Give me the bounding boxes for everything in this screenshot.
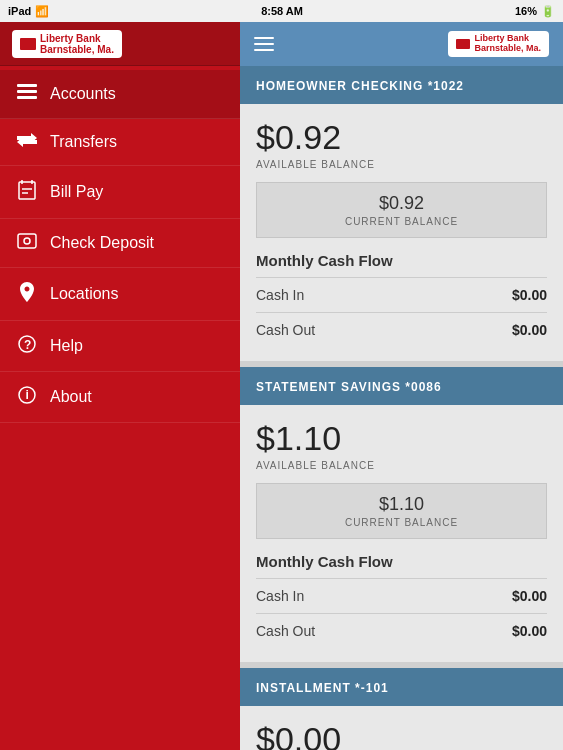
current-balance-box-homeowner: $0.92 CURRENT BALANCE [256,182,547,238]
cash-in-label-homeowner: Cash In [256,287,512,303]
account-body-installment: $0.00 CURRENT BALANCE $0.00 AVAILABLE BA… [240,706,563,750]
account-body-homeowner: $0.92 AVAILABLE BALANCE $0.92 CURRENT BA… [240,104,563,361]
account-header-homeowner: HOMEOWNER CHECKING *1022 [240,66,563,104]
help-icon: ? [16,335,38,357]
svg-rect-10 [18,234,36,248]
sidebar-item-about[interactable]: i About [0,372,240,423]
locations-label: Locations [50,285,119,303]
cash-in-label-savings: Cash In [256,588,512,604]
account-card-installment[interactable]: INSTALLMENT *-101 $0.00 CURRENT BALANCE … [240,668,563,750]
transfers-icon [16,133,38,151]
battery-icon: 🔋 [541,5,555,18]
sidebar-logo-box: Liberty Bank Barnstable, Ma. [12,30,122,58]
sidebar-item-help[interactable]: ? Help [0,321,240,372]
cash-in-amount-savings: $0.00 [512,588,547,604]
available-balance-installment: $0.00 [256,720,547,750]
svg-text:?: ? [24,338,31,352]
status-left: iPad 📶 [8,5,49,18]
wifi-icon: 📶 [35,5,49,18]
cash-in-amount-homeowner: $0.00 [512,287,547,303]
sidebar-logo: Liberty Bank Barnstable, Ma. [0,22,240,66]
cash-out-row-homeowner: Cash Out $0.00 [256,312,547,347]
cash-flow-title-savings: Monthly Cash Flow [256,553,547,570]
account-card-savings[interactable]: STATEMENT SAVINGS *0086 $1.10 AVAILABLE … [240,367,563,662]
accounts-icon [16,84,38,104]
checkdeposit-label: Check Deposit [50,234,154,252]
account-title-installment: INSTALLMENT *-101 [256,681,389,695]
current-balance-box-savings: $1.10 CURRENT BALANCE [256,483,547,539]
sidebar-item-locations[interactable]: Locations [0,268,240,321]
top-bar: Liberty Bank Barnstable, Ma. [240,22,563,66]
svg-rect-1 [17,90,37,93]
cash-out-label-homeowner: Cash Out [256,322,512,338]
accounts-label: Accounts [50,85,116,103]
current-balance-label-homeowner: CURRENT BALANCE [273,216,530,227]
svg-rect-2 [17,96,37,99]
hamburger-line-1 [254,37,274,39]
cash-flow-title-homeowner: Monthly Cash Flow [256,252,547,269]
account-title-homeowner: HOMEOWNER CHECKING *1022 [256,79,464,93]
cash-out-label-savings: Cash Out [256,623,512,639]
account-body-savings: $1.10 AVAILABLE BALANCE $1.10 CURRENT BA… [240,405,563,662]
transfers-label: Transfers [50,133,117,151]
top-bar-logo: Liberty Bank Barnstable, Ma. [448,31,549,57]
sidebar-item-transfers[interactable]: Transfers [0,119,240,166]
cash-out-row-savings: Cash Out $0.00 [256,613,547,648]
locations-icon [16,282,38,306]
topbar-flag-icon [456,39,470,49]
account-header-savings: STATEMENT SAVINGS *0086 [240,367,563,405]
sidebar-logo-text: Liberty Bank Barnstable, Ma. [40,33,114,55]
svg-rect-0 [17,84,37,87]
sidebar-item-checkdeposit[interactable]: Check Deposit [0,219,240,268]
sidebar-item-accounts[interactable]: Accounts [0,70,240,119]
help-label: Help [50,337,83,355]
hamburger-line-3 [254,49,274,51]
hamburger-button[interactable] [254,37,274,51]
checkdeposit-icon [16,233,38,253]
svg-point-11 [24,238,30,244]
hamburger-line-2 [254,43,274,45]
battery-label: 16% [515,5,537,17]
current-balance-amount-homeowner: $0.92 [273,193,530,214]
available-balance-savings: $1.10 [256,419,547,458]
topbar-logo-text: Liberty Bank Barnstable, Ma. [474,34,541,54]
sidebar-item-billpay[interactable]: Bill Pay [0,166,240,219]
svg-rect-5 [19,182,35,199]
account-title-savings: STATEMENT SAVINGS *0086 [256,380,442,394]
app-container: Liberty Bank Barnstable, Ma. Accounts [0,22,563,750]
available-label-savings: AVAILABLE BALANCE [256,460,547,471]
available-balance-homeowner: $0.92 [256,118,547,157]
cash-out-amount-savings: $0.00 [512,623,547,639]
account-card-homeowner[interactable]: HOMEOWNER CHECKING *1022 $0.92 AVAILABLE… [240,66,563,361]
status-right: 16% 🔋 [515,5,555,18]
about-icon: i [16,386,38,408]
billpay-label: Bill Pay [50,183,103,201]
cash-in-row-homeowner: Cash In $0.00 [256,277,547,312]
billpay-icon [16,180,38,204]
accounts-list[interactable]: HOMEOWNER CHECKING *1022 $0.92 AVAILABLE… [240,66,563,750]
main-content: Liberty Bank Barnstable, Ma. HOMEOWNER C… [240,22,563,750]
sidebar: Liberty Bank Barnstable, Ma. Accounts [0,22,240,750]
available-label-homeowner: AVAILABLE BALANCE [256,159,547,170]
status-bar: iPad 📶 8:58 AM 16% 🔋 [0,0,563,22]
status-time: 8:58 AM [261,5,303,17]
account-header-installment: INSTALLMENT *-101 [240,668,563,706]
current-balance-label-savings: CURRENT BALANCE [273,517,530,528]
current-balance-amount-savings: $1.10 [273,494,530,515]
sidebar-nav: Accounts Transfers [0,66,240,750]
about-label: About [50,388,92,406]
svg-text:i: i [26,388,29,402]
cash-out-amount-homeowner: $0.00 [512,322,547,338]
cash-in-row-savings: Cash In $0.00 [256,578,547,613]
carrier-label: iPad [8,5,31,17]
logo-flag-icon [20,38,36,50]
